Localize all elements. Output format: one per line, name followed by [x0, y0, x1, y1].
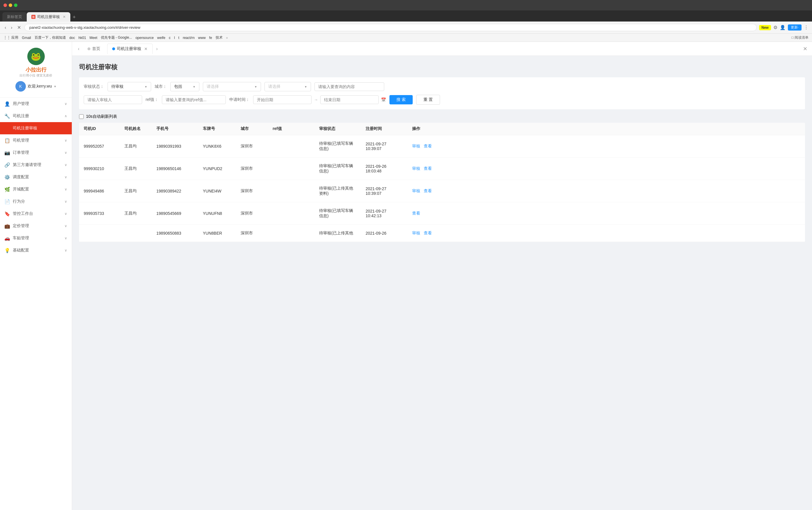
sidebar-item-control[interactable]: 🔖 管控工作台 ∨: [0, 207, 72, 220]
review-link-1[interactable]: 审核: [412, 144, 420, 149]
browser-tab-active[interactable]: 拉 司机注册审核 ✕: [27, 12, 70, 22]
td-reg-time-2: 2021-09-26 18:03:48: [361, 158, 408, 180]
bookmark-more[interactable]: »: [226, 36, 228, 40]
reading-list-btn[interactable]: □ 阅读清单: [791, 35, 809, 40]
app-layout: 🐸 小拉出行 出行用小拉 便宜无差价 K 欢迎,kerry.wu ▼ 👤 用户管…: [0, 42, 812, 510]
bookmark-apps[interactable]: ⋮⋮ 应用: [3, 35, 18, 40]
tab-next-btn[interactable]: ›: [155, 45, 159, 53]
update-button[interactable]: 更新·: [788, 24, 802, 31]
bookmark-www[interactable]: www: [198, 36, 206, 40]
driver-review-tab-label: 司机注册审核: [117, 46, 141, 52]
back-button[interactable]: ‹: [3, 24, 7, 31]
user-info[interactable]: K 欢迎,kerry.wu ▼: [16, 81, 57, 92]
td-actions-3: 审核 查看: [408, 180, 442, 202]
review-link-5[interactable]: 审核: [412, 231, 420, 236]
td-driver-id-2: 999930210: [79, 158, 120, 180]
inactive-tab-label: 新标签页: [7, 14, 22, 20]
maximize-window-btn[interactable]: [14, 3, 18, 7]
view-link-3[interactable]: 查看: [424, 189, 432, 194]
sidebar-item-pricing[interactable]: 💼 定价管理 ∨: [0, 220, 72, 232]
second-filter-select[interactable]: 请选择 ▼: [265, 82, 311, 91]
sidebar-item-third-party[interactable]: 🔗 第三方邀请管理 ∨: [0, 159, 72, 171]
order-mgmt-icon: 📷: [5, 150, 10, 155]
city-detail-select[interactable]: 请选择 ▼: [203, 82, 261, 91]
refresh-button[interactable]: ✕: [16, 24, 22, 31]
sidebar-item-driver-reg[interactable]: 🔧 司机注册 ∧: [0, 110, 72, 122]
tab-home[interactable]: 首页: [83, 44, 105, 54]
bookmark-c[interactable]: c: [169, 36, 171, 40]
view-link-4[interactable]: 查看: [412, 211, 420, 216]
td-status-5: 待审核(已上传其他: [314, 225, 361, 242]
brand-avatar-icon: 🐸: [31, 52, 41, 61]
browser-tab-inactive[interactable]: 新标签页: [2, 12, 27, 22]
search-button[interactable]: 搜 索: [389, 95, 413, 104]
td-driver-name-5: [120, 225, 152, 242]
view-link-2[interactable]: 查看: [424, 166, 432, 171]
ref-input[interactable]: [162, 95, 226, 104]
sidebar-item-basic-config[interactable]: 💡 基础配置 ∨: [0, 244, 72, 256]
td-reg-time-5: 2021-09-26: [361, 225, 408, 242]
review-link-3[interactable]: 审核: [412, 189, 420, 194]
driver-review-tab-close[interactable]: ✕: [144, 47, 148, 51]
bookmark-baidu[interactable]: 百度一下，你就知道: [35, 35, 66, 40]
th-phone: 手机号: [152, 123, 198, 135]
city-select[interactable]: 包括 ▼: [170, 82, 199, 91]
tab-prev-btn[interactable]: ‹: [77, 45, 81, 53]
dispatch-label: 调度配置: [13, 174, 29, 180]
td-status-1: 待审核(已填写车辆信息): [314, 135, 361, 157]
reset-button[interactable]: 重 置: [416, 95, 440, 105]
menu-dots-icon[interactable]: ⋮: [804, 25, 809, 30]
td-plate-4: YUNUFN8: [198, 202, 236, 224]
td-ref-5: [268, 225, 314, 242]
bookmark-meet[interactable]: Meet: [90, 36, 97, 40]
bookmark-t[interactable]: t: [178, 36, 179, 40]
search-content-input[interactable]: [314, 82, 384, 91]
city-config-label: 开城配置: [13, 187, 29, 192]
sidebar-item-driver-mgmt[interactable]: 📋 司机管理 ∨: [0, 134, 72, 146]
th-driver-id: 司机ID: [79, 123, 120, 135]
sidebar-item-user-mgmt[interactable]: 👤 用户管理 ∨: [0, 98, 72, 110]
bookmark-l[interactable]: l: [174, 36, 175, 40]
sidebar-item-car-sticker[interactable]: 🚗 车贴管理 ∨: [0, 232, 72, 244]
review-status-select[interactable]: 待审核 ▼: [108, 82, 151, 91]
sidebar-item-dispatch[interactable]: ⚙️ 调度配置 ∨: [0, 171, 72, 183]
date-start-input[interactable]: [253, 95, 311, 104]
bookmark-gmail[interactable]: Gmail: [22, 36, 31, 40]
bookmark-opensource[interactable]: opensource: [136, 36, 154, 40]
bookmark-hk01[interactable]: hk01: [79, 36, 86, 40]
sidebar-item-driver-review[interactable]: 司机注册审核: [0, 122, 72, 134]
new-badge: New: [759, 25, 771, 30]
reviewer-input[interactable]: [84, 95, 142, 104]
sidebar-item-behavior[interactable]: 📄 行为分 ∨: [0, 195, 72, 207]
third-party-arrow: ∨: [64, 163, 67, 167]
bookmark-fe[interactable]: fe: [209, 36, 212, 40]
car-sticker-label: 车贴管理: [13, 235, 29, 241]
bookmark-priority[interactable]: 优先专题 - Google...: [101, 35, 132, 40]
behavior-icon: 📄: [5, 199, 10, 204]
tab-favicon: 拉: [31, 15, 35, 19]
bookmark-tech[interactable]: 技术: [216, 35, 222, 40]
view-link-5[interactable]: 查看: [424, 231, 432, 236]
td-phone-2: 19890650146: [152, 158, 198, 180]
sidebar-item-order-mgmt[interactable]: 📷 订单管理 ∨: [0, 146, 72, 159]
tab-close-btn[interactable]: ✕: [63, 15, 66, 19]
new-tab-button[interactable]: +: [70, 13, 78, 22]
review-link-2[interactable]: 审核: [412, 166, 420, 171]
date-end-input[interactable]: [320, 95, 379, 104]
tab-close-page-btn[interactable]: ✕: [803, 46, 807, 52]
second-filter-arrow-icon: ▼: [304, 85, 307, 88]
window-controls: [3, 3, 18, 7]
view-link-1[interactable]: 查看: [424, 144, 432, 149]
sidebar-item-city-config[interactable]: 🌿 开城配置 ∨: [0, 183, 72, 195]
forward-button[interactable]: ›: [9, 24, 13, 31]
url-input[interactable]: [24, 24, 757, 31]
minimize-window-btn[interactable]: [9, 3, 12, 7]
auto-refresh-checkbox[interactable]: [79, 114, 84, 119]
bookmark-reactrn[interactable]: react/rn: [183, 36, 195, 40]
tab-driver-review[interactable]: 司机注册审核 ✕: [107, 44, 153, 54]
sidebar-header: 🐸 小拉出行 出行用小拉 便宜无差价 K 欢迎,kerry.wu ▼: [0, 42, 72, 98]
bookmark-doc[interactable]: doc: [69, 36, 75, 40]
table-row: 999935733 王昌均 19890545669 YUNUFN8 深圳市 待审…: [79, 202, 805, 225]
bookmark-weife[interactable]: weife: [157, 36, 166, 40]
close-window-btn[interactable]: [3, 3, 7, 7]
